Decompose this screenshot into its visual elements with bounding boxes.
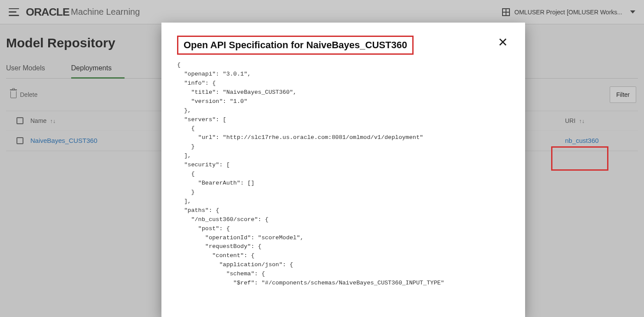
close-icon[interactable]: ✕	[496, 36, 509, 50]
modal-title: Open API Specification for NaiveBayes_CU…	[177, 36, 414, 55]
openapi-modal: Open API Specification for NaiveBayes_CU…	[161, 23, 525, 317]
openapi-code: { "openapi": "3.0.1", "info": { "title":…	[177, 61, 509, 287]
openapi-code-scroll[interactable]: { "openapi": "3.0.1", "info": { "title":…	[177, 61, 509, 287]
